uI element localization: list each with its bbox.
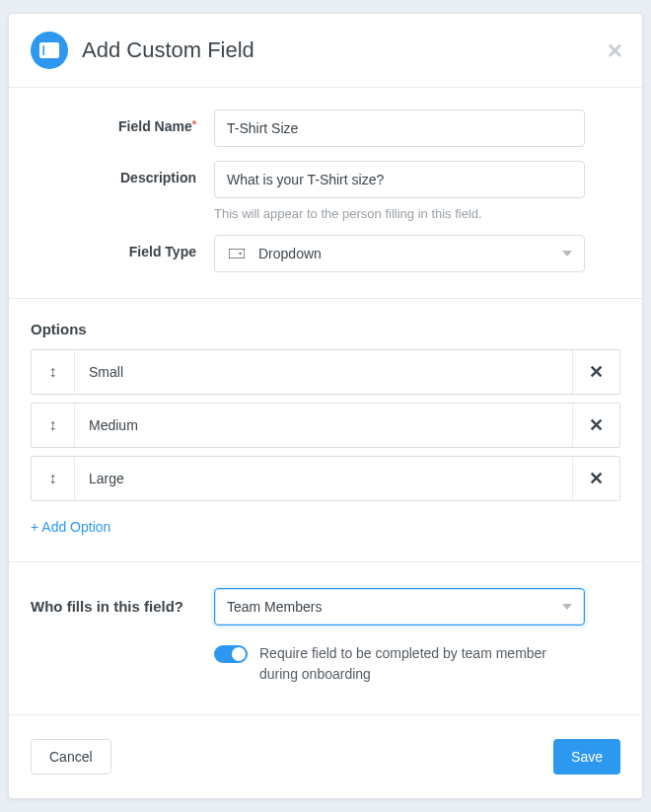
option-text[interactable]: Medium	[75, 404, 572, 447]
field-name-row: Field Name*	[31, 110, 620, 147]
delete-option-icon[interactable]: ✕	[572, 404, 619, 447]
description-row: Description This will appear to the pers…	[31, 161, 620, 221]
option-row: ↕ Large ✕	[31, 456, 620, 501]
dropdown-type-icon	[227, 249, 247, 258]
require-toggle-label: Require field to be completed by team me…	[259, 643, 585, 685]
cancel-button[interactable]: Cancel	[31, 739, 111, 775]
who-fills-label: Who fills in this field?	[31, 588, 214, 685]
close-icon[interactable]: ×	[608, 37, 622, 63]
field-type-value: Dropdown	[258, 246, 562, 261]
drag-handle-icon[interactable]: ↕	[32, 457, 75, 500]
drag-handle-icon[interactable]: ↕	[32, 404, 75, 447]
modal-title: Add Custom Field	[82, 37, 608, 63]
toggle-knob	[232, 647, 246, 661]
who-fills-value: Team Members	[227, 599, 562, 615]
description-label: Description	[31, 161, 214, 221]
field-icon	[31, 32, 68, 69]
field-name-label: Field Name*	[31, 110, 214, 147]
delete-option-icon[interactable]: ✕	[572, 350, 619, 394]
field-type-select[interactable]: Dropdown	[214, 235, 585, 272]
options-heading: Options	[31, 321, 620, 337]
option-row: ↕ Small ✕	[31, 349, 620, 395]
drag-handle-icon[interactable]: ↕	[32, 350, 75, 394]
description-input[interactable]	[214, 161, 585, 198]
modal-footer: Cancel Save	[9, 715, 642, 798]
option-row: ↕ Medium ✕	[31, 403, 620, 448]
description-helper: This will appear to the person filling i…	[214, 206, 585, 221]
chevron-down-icon	[562, 251, 572, 257]
chevron-down-icon	[562, 604, 572, 610]
form-section: Field Name* Description This will appear…	[9, 88, 642, 299]
svg-rect-2	[229, 249, 245, 258]
who-fills-select[interactable]: Team Members	[214, 588, 585, 626]
field-name-input[interactable]	[214, 110, 585, 147]
svg-rect-1	[43, 45, 45, 55]
options-section: Options ↕ Small ✕ ↕ Medium ✕ ↕ Large ✕ +…	[9, 299, 642, 562]
require-toggle[interactable]	[214, 645, 248, 663]
delete-option-icon[interactable]: ✕	[572, 457, 619, 500]
add-custom-field-modal: Add Custom Field × Field Name* Descripti…	[8, 13, 643, 799]
option-text[interactable]: Small	[75, 350, 572, 394]
modal-header: Add Custom Field ×	[9, 14, 642, 88]
add-option-link[interactable]: + Add Option	[31, 519, 110, 535]
save-button[interactable]: Save	[553, 739, 620, 775]
who-fills-section: Who fills in this field? Team Members Re…	[9, 562, 642, 715]
field-type-row: Field Type Dropdown	[31, 235, 620, 272]
svg-rect-0	[39, 42, 59, 58]
option-text[interactable]: Large	[75, 457, 572, 500]
field-type-label: Field Type	[31, 235, 214, 272]
require-toggle-row: Require field to be completed by team me…	[214, 643, 585, 685]
